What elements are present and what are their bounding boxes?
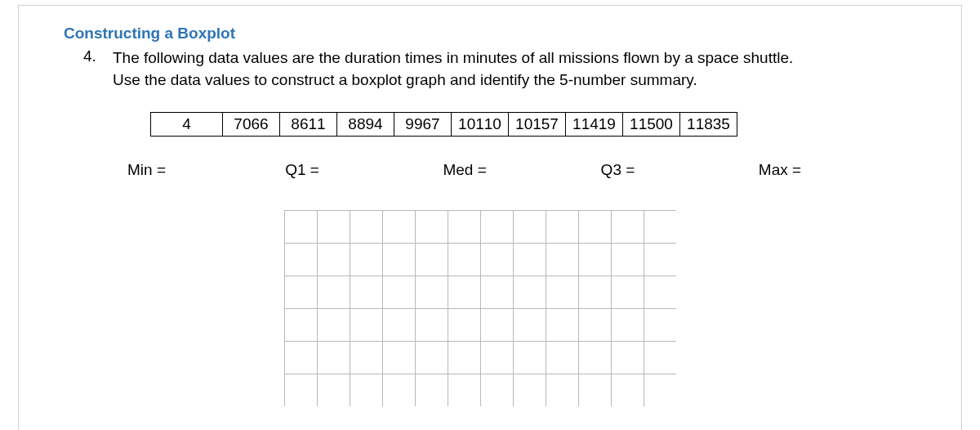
question-text: The following data values are the durati… <box>113 47 793 91</box>
summary-q1: Q1 = <box>285 161 443 179</box>
data-table: 4 7066 8611 8894 9967 10110 10157 11419 … <box>150 112 737 137</box>
data-cell: 10110 <box>452 113 509 137</box>
summary-row: Min = Q1 = Med = Q3 = Max = <box>127 161 916 179</box>
boxplot-grid <box>284 210 676 406</box>
data-cell: 8894 <box>337 113 394 137</box>
data-cell: 11500 <box>623 113 680 137</box>
data-cell: 10157 <box>509 113 566 137</box>
section-heading: Constructing a Boxplot <box>64 25 916 43</box>
content-area: Constructing a Boxplot 4. The following … <box>64 25 916 406</box>
data-cell: 11419 <box>566 113 623 137</box>
data-cell: 9967 <box>394 113 452 137</box>
page-border-right <box>961 5 962 430</box>
data-table-wrap: 4 7066 8611 8894 9967 10110 10157 11419 … <box>150 112 916 137</box>
question-row: 4. The following data values are the dur… <box>83 47 916 91</box>
page-border-left <box>18 5 19 430</box>
summary-max: Max = <box>759 161 916 179</box>
grid-svg <box>284 210 676 406</box>
data-cell: 11835 <box>680 113 737 137</box>
data-cell: 7066 <box>223 113 280 137</box>
data-cell: 8611 <box>280 113 337 137</box>
data-row: 4 7066 8611 8894 9967 10110 10157 11419 … <box>151 113 737 137</box>
question-number: 4. <box>83 47 113 65</box>
data-cell: 4 <box>151 113 223 137</box>
summary-min: Min = <box>127 161 285 179</box>
question-line-2: Use the data values to construct a boxpl… <box>113 71 697 88</box>
question-line-1: The following data values are the durati… <box>113 49 793 66</box>
page-border-top <box>18 5 962 6</box>
summary-q3: Q3 = <box>601 161 759 179</box>
summary-med: Med = <box>443 161 600 179</box>
